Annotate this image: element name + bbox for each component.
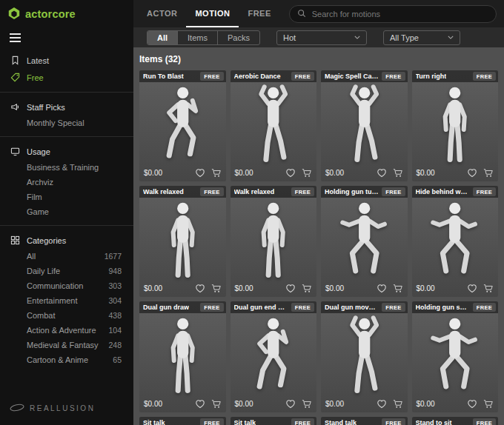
card-title: Holding gun shooting	[416, 304, 470, 311]
card-header: Holding gun turn to l...FREE	[321, 186, 408, 198]
reallusion-logo: REALLUSION	[0, 396, 133, 425]
motion-card[interactable]: Magic Spell Cast 05FREE$0.00	[321, 70, 408, 181]
sidebar-item-monthly-special[interactable]: Monthly Special	[0, 116, 133, 130]
add-to-cart-icon[interactable]	[483, 168, 494, 178]
card-actions	[377, 399, 403, 409]
add-to-cart-icon[interactable]	[302, 399, 312, 409]
add-to-cart-icon[interactable]	[211, 284, 222, 293]
heart-icon[interactable]	[285, 284, 296, 293]
actorcore-logo[interactable]: actorcore	[0, 0, 133, 25]
tab-motion[interactable]: MOTION	[186, 0, 239, 27]
motion-card[interactable]: Walk relaxedFREE$0.00	[231, 186, 317, 297]
card-title: Stand to sit	[416, 419, 452, 425]
sidebar-item-label: Free	[27, 73, 44, 82]
sidebar-item-all[interactable]: All1677	[0, 249, 133, 264]
tab-free[interactable]: FREE	[239, 0, 279, 27]
price-label: $0.00	[235, 284, 253, 292]
sidebar-item-free[interactable]: Free	[0, 69, 133, 86]
sidebar-item-communication[interactable]: Communication303	[0, 278, 133, 293]
add-to-cart-icon[interactable]	[211, 399, 222, 409]
mannequin-figure	[412, 198, 499, 284]
search-box[interactable]	[289, 5, 497, 23]
heart-icon[interactable]	[195, 399, 205, 409]
scope-segmented-control: AllItemsPacks	[147, 30, 260, 45]
heart-icon[interactable]	[377, 168, 387, 178]
add-to-cart-icon[interactable]	[483, 399, 494, 409]
results-area: Items (32) Run To BlastFREE$0.00Aerobic …	[133, 47, 504, 425]
type-dropdown[interactable]: All Type	[383, 30, 460, 45]
add-to-cart-icon[interactable]	[393, 284, 403, 293]
motion-card[interactable]: Dual gun move and ...FREE$0.00	[321, 301, 408, 412]
price-label: $0.00	[235, 169, 253, 177]
chevron-down-icon	[448, 36, 454, 39]
add-to-cart-icon[interactable]	[302, 284, 312, 293]
bookmark-icon	[10, 56, 20, 65]
filter-toolbar: AllItemsPacks Hot All Type	[133, 27, 504, 47]
motion-card[interactable]: Run To BlastFREE$0.00	[139, 70, 226, 181]
add-to-cart-icon[interactable]	[302, 168, 312, 178]
sidebar-item-label: Action & Adventure	[27, 326, 96, 335]
sidebar-item-latest[interactable]: Latest	[0, 52, 133, 69]
add-to-cart-icon[interactable]	[393, 168, 403, 178]
free-badge: FREE	[200, 303, 223, 312]
actorcore-app: actorcore LatestFree Staff PicksMonthly …	[0, 0, 504, 425]
heart-icon[interactable]	[467, 399, 477, 409]
monitor-icon	[10, 147, 20, 156]
motion-card[interactable]: Stand talkFREE$0.00	[321, 417, 408, 425]
heart-icon[interactable]	[195, 168, 205, 178]
motion-card[interactable]: Turn rightFREE$0.00	[412, 70, 499, 181]
megaphone-icon	[10, 102, 20, 112]
heart-icon[interactable]	[285, 399, 296, 409]
sidebar-item-count: 438	[108, 311, 122, 320]
motion-card[interactable]: Dual gun end poseFREE$0.00	[231, 301, 317, 412]
card-title: Run To Blast	[143, 73, 184, 80]
motion-card[interactable]: Hide behind wall an...FREE$0.00	[412, 186, 499, 297]
sidebar-item-business-training[interactable]: Business & Training	[0, 160, 133, 175]
sidebar-item-action-adventure[interactable]: Action & Adventure104	[0, 323, 133, 338]
menu-toggle-button[interactable]	[0, 25, 33, 47]
card-footer: $0.00	[139, 168, 226, 181]
sidebar-item-archviz[interactable]: Archviz	[0, 175, 133, 190]
motion-card[interactable]: Sit talkFREE$0.00	[231, 417, 317, 425]
heart-icon[interactable]	[377, 284, 387, 293]
sort-dropdown[interactable]: Hot	[276, 30, 367, 45]
sidebar-item-game[interactable]: Game	[0, 204, 133, 219]
card-actions	[467, 284, 494, 293]
motion-card[interactable]: Sit talkFREE$0.00	[139, 417, 226, 425]
price-label: $0.00	[325, 169, 344, 177]
card-footer: $0.00	[231, 399, 317, 412]
search-input[interactable]	[312, 10, 488, 19]
sidebar-item-daily-life[interactable]: Daily Life948	[0, 264, 133, 278]
heart-icon[interactable]	[467, 284, 477, 293]
motion-card[interactable]: Holding gun shootingFREE$0.00	[412, 301, 499, 412]
heart-icon[interactable]	[377, 399, 387, 409]
divider	[0, 136, 133, 137]
add-to-cart-icon[interactable]	[211, 168, 222, 178]
sidebar-item-entertainment[interactable]: Entertainment304	[0, 293, 133, 308]
motion-card[interactable]: Stand to sitFREE$0.00	[412, 417, 499, 425]
tab-actor[interactable]: ACTOR	[138, 0, 186, 27]
sidebar-item-label: Monthly Special	[27, 118, 84, 127]
motion-card[interactable]: Holding gun turn to l...FREE$0.00	[321, 186, 408, 297]
heart-icon[interactable]	[285, 168, 296, 178]
card-header: Sit talkFREE	[231, 417, 317, 425]
sidebar-item-combat[interactable]: Combat438	[0, 308, 133, 323]
motion-card[interactable]: Walk relaxedFREE$0.00	[139, 186, 226, 297]
heart-icon[interactable]	[467, 168, 477, 178]
sidebar-item-label: Cartoon & Anime	[27, 355, 88, 364]
segment-items[interactable]: Items	[177, 31, 217, 44]
sidebar-item-medieval-fantasy[interactable]: Medieval & Fantasy248	[0, 338, 133, 352]
heart-icon[interactable]	[195, 284, 205, 293]
sidebar-section-label: Categories	[27, 236, 66, 245]
add-to-cart-icon[interactable]	[393, 399, 403, 409]
motion-card[interactable]: Dual gun drawFREE$0.00	[139, 301, 226, 412]
sidebar-item-cartoon-anime[interactable]: Cartoon & Anime65	[0, 352, 133, 367]
sidebar-item-film[interactable]: Film	[0, 190, 133, 204]
add-to-cart-icon[interactable]	[483, 284, 494, 293]
motion-card[interactable]: Aerobic DanceFREE$0.00	[231, 70, 317, 181]
segment-all[interactable]: All	[147, 31, 177, 44]
free-badge: FREE	[200, 187, 223, 196]
sidebar-item-label: Combat	[27, 311, 56, 320]
sidebar-item-label: Latest	[27, 56, 49, 65]
segment-packs[interactable]: Packs	[217, 31, 259, 44]
